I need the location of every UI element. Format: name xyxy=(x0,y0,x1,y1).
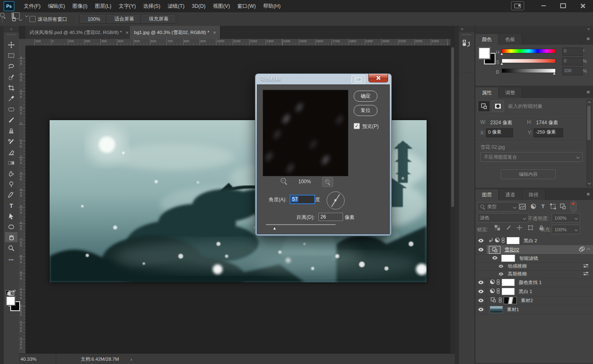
angle-input[interactable]: 57 xyxy=(290,195,315,204)
menu-select[interactable]: 选择(S) xyxy=(139,0,164,12)
visibility-toggle[interactable] xyxy=(475,236,486,245)
blur-preview[interactable] xyxy=(263,90,348,176)
close-button[interactable] xyxy=(576,1,590,10)
layer-row-color-lookup[interactable]: 颜色查找 1 xyxy=(475,278,593,287)
shape-tool[interactable] xyxy=(5,222,18,232)
lock-pixels-icon[interactable] xyxy=(504,225,512,230)
horizontal-ruler[interactable]: 1000100200300400500600700800900100011001… xyxy=(25,39,450,46)
filter-options-icon[interactable] xyxy=(583,271,589,277)
maximize-button[interactable] xyxy=(556,1,570,10)
menu-view[interactable]: 视图(V) xyxy=(209,0,234,12)
ruler-corner[interactable] xyxy=(19,39,26,46)
tab-paths[interactable]: 路径 xyxy=(522,189,545,200)
tab-adjustments[interactable]: 调整 xyxy=(499,87,522,98)
menu-layer[interactable]: 图层(L) xyxy=(91,0,115,12)
scroll-down-icon[interactable] xyxy=(588,181,591,184)
opacity-combo[interactable]: 100% xyxy=(552,213,580,223)
fit-screen-button[interactable]: 适合屏幕 xyxy=(106,14,143,24)
minimize-button[interactable] xyxy=(536,1,550,10)
dialog-layout-button[interactable] xyxy=(351,75,365,84)
layer-row-heibai1[interactable]: 黑白 1 xyxy=(475,287,593,296)
reset-button[interactable]: 复位 xyxy=(354,105,377,116)
fill-combo[interactable]: 100% xyxy=(552,225,580,234)
lock-position-icon[interactable] xyxy=(516,225,523,230)
tab-bg1-active[interactable]: bg1.jpg @ 40.3% (雪花02, RGB/8) * × xyxy=(130,26,220,39)
tab-properties[interactable]: 属性 xyxy=(475,87,499,98)
hue-slider[interactable] xyxy=(502,49,556,53)
angle-dial[interactable] xyxy=(327,191,345,209)
properties-scrollbar[interactable] xyxy=(586,100,592,187)
saturation-slider[interactable] xyxy=(502,59,556,63)
menu-image[interactable]: 图像(I) xyxy=(69,0,91,12)
fill-screen-button[interactable]: 填充屏幕 xyxy=(140,14,177,24)
tab-color[interactable]: 颜色 xyxy=(475,34,499,45)
mask-props-button[interactable] xyxy=(492,100,504,112)
toolbar-collapse[interactable]: » xyxy=(4,26,19,32)
search-icon[interactable] xyxy=(0,13,6,18)
smart-object-props-button[interactable] xyxy=(478,100,490,112)
tab-channels[interactable]: 通道 xyxy=(499,189,522,200)
zoom-100-button[interactable]: 100% xyxy=(79,14,109,24)
path-selection-tool[interactable] xyxy=(5,211,18,221)
smart-object-thumbnail[interactable] xyxy=(489,246,500,254)
y-input[interactable]: -259 像素 xyxy=(534,128,563,137)
tab-layers[interactable]: 图层 xyxy=(475,189,499,200)
patch-tool[interactable] xyxy=(5,104,18,114)
layer-name[interactable]: 黑白 2 xyxy=(524,238,537,244)
status-options-chevron[interactable]: › xyxy=(130,356,132,362)
foreground-color-swatch[interactable] xyxy=(6,296,15,305)
layer-filter-type-combo[interactable]: 类型 xyxy=(477,202,519,212)
lasso-tool[interactable] xyxy=(5,61,18,71)
pen-tool[interactable] xyxy=(5,190,18,200)
distance-slider-track[interactable] xyxy=(266,224,336,225)
zoom-out-icon[interactable]: − xyxy=(281,178,287,184)
clone-stamp-tool[interactable] xyxy=(5,125,18,136)
layer-comp-dropdown[interactable]: 不应用图层复合 xyxy=(480,152,583,162)
saturation-value[interactable]: 0 xyxy=(562,57,583,66)
document-scrollbar[interactable] xyxy=(450,46,455,353)
history-brush-tool[interactable] xyxy=(5,136,18,147)
zoom-tool[interactable] xyxy=(5,243,18,253)
layer-row-motion-blur[interactable]: 动感模糊 xyxy=(475,262,593,271)
expand-panels-button[interactable]: » xyxy=(475,26,593,32)
ps-logo[interactable]: Ps xyxy=(4,1,14,11)
visibility-toggle[interactable] xyxy=(498,271,504,277)
type-tool[interactable]: T xyxy=(5,200,18,211)
tab-close-icon[interactable]: × xyxy=(125,30,129,36)
panel-menu-icon[interactable]: ≡ xyxy=(586,89,590,95)
layer-name[interactable]: 黑白 1 xyxy=(519,289,532,295)
menu-type[interactable]: 文字(Y) xyxy=(115,0,140,12)
layer-thumbnail[interactable] xyxy=(490,306,503,313)
filter-shape-layers-icon[interactable] xyxy=(548,202,557,211)
filter-type-layers-icon[interactable]: T xyxy=(538,202,548,211)
preview-checkbox[interactable]: ✓ xyxy=(354,123,360,129)
collapse-filters-chevron[interactable] xyxy=(587,248,590,251)
menu-3d[interactable]: 3D(D) xyxy=(188,0,209,12)
lock-transparency-icon[interactable] xyxy=(493,225,501,230)
menu-help[interactable]: 帮助(H) xyxy=(259,0,284,12)
layer-row-sucai2[interactable]: 素材2 xyxy=(475,296,593,305)
edit-toolbar-ellipsis[interactable]: ••• xyxy=(5,255,18,265)
dialog-close-button[interactable] xyxy=(368,74,388,82)
scrollbar-thumb[interactable] xyxy=(587,106,591,140)
blend-mode-combo[interactable]: 滤色 xyxy=(477,213,529,223)
menu-file[interactable]: 文件(F) xyxy=(20,0,44,12)
menu-edit[interactable]: 编辑(E) xyxy=(44,0,69,12)
visibility-toggle[interactable] xyxy=(475,278,486,287)
panel-menu-icon[interactable]: ≡ xyxy=(586,191,590,197)
layer-mask-thumbnail[interactable] xyxy=(502,288,515,295)
brush-tool[interactable] xyxy=(5,115,18,125)
layer-row-sucai1[interactable]: 素材1 xyxy=(475,305,593,314)
zoom-in-button[interactable]: + xyxy=(322,177,333,187)
layer-name[interactable]: 颜色查找 1 xyxy=(519,280,542,286)
scrollbar-thumb[interactable] xyxy=(451,47,454,207)
workspace-chevron[interactable] xyxy=(25,14,28,17)
lock-artboard-icon[interactable] xyxy=(527,225,534,230)
visibility-toggle[interactable] xyxy=(475,296,486,305)
layer-mask-thumbnail[interactable] xyxy=(504,297,517,304)
workspace-layout-button[interactable] xyxy=(511,1,524,10)
menu-window[interactable]: 窗口(W) xyxy=(234,0,259,12)
collapse-panels-button[interactable]: « xyxy=(459,26,475,32)
layer-name[interactable]: 雪花02 xyxy=(504,247,519,253)
layer-row-xuehua02-selected[interactable]: 雪花02 xyxy=(475,245,593,255)
